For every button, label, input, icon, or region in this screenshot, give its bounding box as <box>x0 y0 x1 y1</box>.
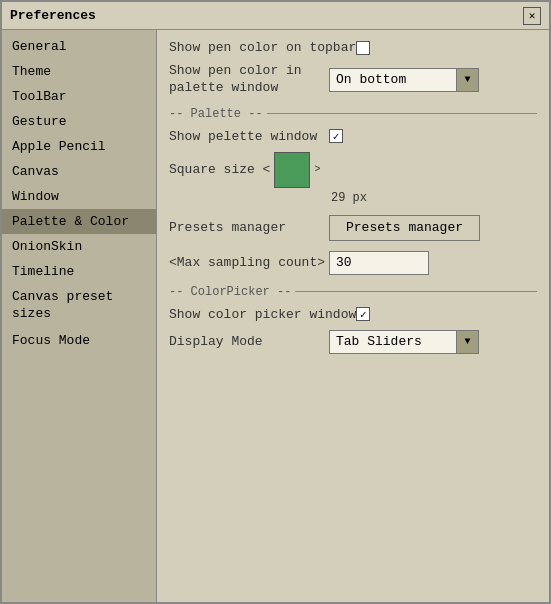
sidebar-item-onionskin[interactable]: OnionSkin <box>2 234 156 259</box>
square-size-right-label: > <box>314 164 320 175</box>
separator-line <box>267 113 537 114</box>
max-sampling-input[interactable] <box>329 251 429 275</box>
main-content: General Theme ToolBar Gesture Apple Penc… <box>2 30 549 602</box>
title-bar: Preferences ✕ <box>2 2 549 30</box>
sidebar-item-general[interactable]: General <box>2 34 156 59</box>
pen-color-topbar-row: Show pen color on topbar <box>169 40 537 55</box>
sidebar-item-focus-mode[interactable]: Focus Mode <box>2 328 156 353</box>
sidebar-item-timeline[interactable]: Timeline <box>2 259 156 284</box>
display-mode-arrow-icon: ▼ <box>456 331 478 353</box>
sidebar-item-canvas[interactable]: Canvas <box>2 159 156 184</box>
show-palette-row: Show pelette window <box>169 129 537 144</box>
palette-separator: -- Palette -- <box>169 107 537 121</box>
window-title: Preferences <box>10 8 96 23</box>
pen-color-topbar-label: Show pen color on topbar <box>169 40 356 55</box>
display-mode-value: Tab Sliders <box>330 332 456 351</box>
square-size-label: Square size < <box>169 162 270 177</box>
preferences-window: Preferences ✕ General Theme ToolBar Gest… <box>0 0 551 604</box>
pen-color-palette-value: On bottom <box>330 70 456 89</box>
colorpicker-separator-line <box>295 291 537 292</box>
show-colorpicker-row: Show color picker window <box>169 307 537 322</box>
colorpicker-separator: -- ColorPicker -- <box>169 285 537 299</box>
pen-color-palette-dropdown[interactable]: On bottom ▼ <box>329 68 479 92</box>
sidebar: General Theme ToolBar Gesture Apple Penc… <box>2 30 157 602</box>
presets-manager-row: Presets manager Presets manager <box>169 215 537 241</box>
sidebar-item-toolbar[interactable]: ToolBar <box>2 84 156 109</box>
presets-manager-button[interactable]: Presets manager <box>329 215 480 241</box>
sidebar-item-palette-color[interactable]: Palette & Color <box>2 209 156 234</box>
display-mode-dropdown[interactable]: Tab Sliders ▼ <box>329 330 479 354</box>
show-palette-checkbox[interactable] <box>329 129 343 143</box>
pen-color-palette-label: Show pen color in palette window <box>169 63 329 97</box>
pen-color-palette-row: Show pen color in palette window On bott… <box>169 63 537 97</box>
square-size-row: Square size < > <box>169 152 537 188</box>
color-square-preview[interactable] <box>274 152 310 188</box>
square-size-px-label: 29 px <box>331 191 367 205</box>
sidebar-item-window[interactable]: Window <box>2 184 156 209</box>
show-palette-label: Show pelette window <box>169 129 329 144</box>
palette-separator-text: -- Palette -- <box>169 107 263 121</box>
dropdown-arrow-icon: ▼ <box>456 69 478 91</box>
show-colorpicker-checkbox[interactable] <box>356 307 370 321</box>
sidebar-item-theme[interactable]: Theme <box>2 59 156 84</box>
sidebar-item-canvas-preset[interactable]: Canvas preset sizes <box>2 284 156 328</box>
presets-manager-label: Presets manager <box>169 220 329 235</box>
close-button[interactable]: ✕ <box>523 7 541 25</box>
display-mode-label: Display Mode <box>169 334 329 349</box>
pen-color-topbar-checkbox[interactable] <box>356 41 370 55</box>
show-colorpicker-label: Show color picker window <box>169 307 356 322</box>
sidebar-item-apple-pencil[interactable]: Apple Pencil <box>2 134 156 159</box>
sidebar-item-gesture[interactable]: Gesture <box>2 109 156 134</box>
colorpicker-separator-text: -- ColorPicker -- <box>169 285 291 299</box>
max-sampling-label: <Max sampling count> <box>169 255 329 270</box>
settings-panel: Show pen color on topbar Show pen color … <box>157 30 549 602</box>
max-sampling-row: <Max sampling count> <box>169 251 537 275</box>
display-mode-row: Display Mode Tab Sliders ▼ <box>169 330 537 354</box>
